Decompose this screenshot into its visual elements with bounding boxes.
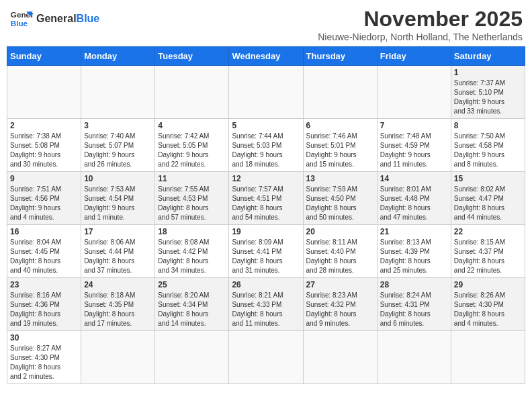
- calendar-cell: 14Sunrise: 8:01 AM Sunset: 4:48 PM Dayli…: [377, 172, 451, 225]
- calendar-header-row: SundayMondayTuesdayWednesdayThursdayFrid…: [7, 47, 525, 66]
- day-number: 12: [232, 174, 300, 183]
- calendar-cell: 1Sunrise: 7:37 AM Sunset: 5:10 PM Daylig…: [451, 66, 525, 119]
- day-number: 27: [306, 280, 374, 289]
- calendar-week-5: 30Sunrise: 8:27 AM Sunset: 4:30 PM Dayli…: [7, 331, 525, 384]
- day-info: Sunrise: 8:02 AM Sunset: 4:47 PM Dayligh…: [454, 185, 522, 222]
- calendar-cell: 15Sunrise: 8:02 AM Sunset: 4:47 PM Dayli…: [451, 172, 525, 225]
- calendar-cell: [81, 331, 155, 384]
- day-info: Sunrise: 7:59 AM Sunset: 4:50 PM Dayligh…: [306, 185, 374, 222]
- weekday-header-thursday: Thursday: [303, 47, 377, 66]
- day-number: 5: [232, 121, 300, 130]
- day-number: 13: [306, 174, 374, 183]
- calendar-cell: 28Sunrise: 8:24 AM Sunset: 4:31 PM Dayli…: [377, 278, 451, 331]
- day-number: 8: [454, 121, 522, 130]
- day-info: Sunrise: 8:04 AM Sunset: 4:45 PM Dayligh…: [10, 238, 78, 275]
- calendar-cell: [377, 331, 451, 384]
- calendar-week-3: 16Sunrise: 8:04 AM Sunset: 4:45 PM Dayli…: [7, 225, 525, 278]
- day-info: Sunrise: 8:26 AM Sunset: 4:30 PM Dayligh…: [454, 291, 522, 328]
- day-info: Sunrise: 8:18 AM Sunset: 4:35 PM Dayligh…: [84, 291, 152, 328]
- calendar-cell: 23Sunrise: 8:16 AM Sunset: 4:36 PM Dayli…: [7, 278, 81, 331]
- day-number: 20: [306, 227, 374, 236]
- calendar-cell: [303, 66, 377, 119]
- calendar-week-0: 1Sunrise: 7:37 AM Sunset: 5:10 PM Daylig…: [7, 66, 525, 119]
- day-info: Sunrise: 8:06 AM Sunset: 4:44 PM Dayligh…: [84, 238, 152, 275]
- day-info: Sunrise: 8:09 AM Sunset: 4:41 PM Dayligh…: [232, 238, 300, 275]
- day-info: Sunrise: 7:37 AM Sunset: 5:10 PM Dayligh…: [454, 79, 522, 116]
- calendar-cell: 9Sunrise: 7:51 AM Sunset: 4:56 PM Daylig…: [7, 172, 81, 225]
- header: General Blue GeneralBlue November 2025 N…: [7, 7, 525, 42]
- calendar-cell: 8Sunrise: 7:50 AM Sunset: 4:58 PM Daylig…: [451, 119, 525, 172]
- day-info: Sunrise: 8:24 AM Sunset: 4:31 PM Dayligh…: [380, 291, 448, 328]
- calendar-cell: [229, 66, 303, 119]
- calendar-cell: 17Sunrise: 8:06 AM Sunset: 4:44 PM Dayli…: [81, 225, 155, 278]
- day-number: 16: [10, 227, 78, 236]
- calendar-cell: [81, 66, 155, 119]
- day-info: Sunrise: 7:40 AM Sunset: 5:07 PM Dayligh…: [84, 132, 152, 169]
- day-number: 23: [10, 280, 78, 289]
- day-number: 19: [232, 227, 300, 236]
- day-info: Sunrise: 7:38 AM Sunset: 5:08 PM Dayligh…: [10, 132, 78, 169]
- page-title: November 2025: [318, 7, 523, 32]
- day-number: 24: [84, 280, 152, 289]
- calendar-cell: 16Sunrise: 8:04 AM Sunset: 4:45 PM Dayli…: [7, 225, 81, 278]
- day-info: Sunrise: 8:27 AM Sunset: 4:30 PM Dayligh…: [10, 344, 78, 381]
- calendar-week-4: 23Sunrise: 8:16 AM Sunset: 4:36 PM Dayli…: [7, 278, 525, 331]
- day-number: 30: [10, 333, 78, 342]
- page-subtitle: Nieuwe-Niedorp, North Holland, The Nethe…: [318, 32, 523, 42]
- day-info: Sunrise: 8:01 AM Sunset: 4:48 PM Dayligh…: [380, 185, 448, 222]
- day-info: Sunrise: 7:57 AM Sunset: 4:51 PM Dayligh…: [232, 185, 300, 222]
- day-info: Sunrise: 8:13 AM Sunset: 4:39 PM Dayligh…: [380, 238, 448, 275]
- calendar-cell: [229, 331, 303, 384]
- calendar-cell: [303, 331, 377, 384]
- weekday-header-sunday: Sunday: [7, 47, 81, 66]
- calendar-cell: 24Sunrise: 8:18 AM Sunset: 4:35 PM Dayli…: [81, 278, 155, 331]
- day-number: 15: [454, 174, 522, 183]
- day-number: 10: [84, 174, 152, 183]
- title-area: November 2025 Nieuwe-Niedorp, North Holl…: [318, 7, 523, 42]
- weekday-header-tuesday: Tuesday: [155, 47, 229, 66]
- day-info: Sunrise: 8:16 AM Sunset: 4:36 PM Dayligh…: [10, 291, 78, 328]
- calendar-cell: 4Sunrise: 7:42 AM Sunset: 5:05 PM Daylig…: [155, 119, 229, 172]
- day-number: 28: [380, 280, 448, 289]
- calendar-cell: 22Sunrise: 8:15 AM Sunset: 4:37 PM Dayli…: [451, 225, 525, 278]
- day-number: 4: [158, 121, 226, 130]
- calendar-cell: [7, 66, 81, 119]
- calendar-cell: 5Sunrise: 7:44 AM Sunset: 5:03 PM Daylig…: [229, 119, 303, 172]
- day-info: Sunrise: 8:08 AM Sunset: 4:42 PM Dayligh…: [158, 238, 226, 275]
- day-number: 29: [454, 280, 522, 289]
- day-number: 3: [84, 121, 152, 130]
- calendar-cell: 26Sunrise: 8:21 AM Sunset: 4:33 PM Dayli…: [229, 278, 303, 331]
- calendar-cell: 6Sunrise: 7:46 AM Sunset: 5:01 PM Daylig…: [303, 119, 377, 172]
- calendar-cell: 29Sunrise: 8:26 AM Sunset: 4:30 PM Dayli…: [451, 278, 525, 331]
- calendar-cell: 7Sunrise: 7:48 AM Sunset: 4:59 PM Daylig…: [377, 119, 451, 172]
- calendar-cell: [155, 66, 229, 119]
- calendar-cell: 27Sunrise: 8:23 AM Sunset: 4:32 PM Dayli…: [303, 278, 377, 331]
- day-info: Sunrise: 7:53 AM Sunset: 4:54 PM Dayligh…: [84, 185, 152, 222]
- calendar-cell: 11Sunrise: 7:55 AM Sunset: 4:53 PM Dayli…: [155, 172, 229, 225]
- day-number: 2: [10, 121, 78, 130]
- calendar-cell: [377, 66, 451, 119]
- weekday-header-wednesday: Wednesday: [229, 47, 303, 66]
- day-info: Sunrise: 7:42 AM Sunset: 5:05 PM Dayligh…: [158, 132, 226, 169]
- day-number: 18: [158, 227, 226, 236]
- day-number: 11: [158, 174, 226, 183]
- day-info: Sunrise: 8:15 AM Sunset: 4:37 PM Dayligh…: [454, 238, 522, 275]
- day-number: 7: [380, 121, 448, 130]
- day-info: Sunrise: 7:44 AM Sunset: 5:03 PM Dayligh…: [232, 132, 300, 169]
- day-info: Sunrise: 7:50 AM Sunset: 4:58 PM Dayligh…: [454, 132, 522, 169]
- calendar-cell: 2Sunrise: 7:38 AM Sunset: 5:08 PM Daylig…: [7, 119, 81, 172]
- day-info: Sunrise: 8:11 AM Sunset: 4:40 PM Dayligh…: [306, 238, 374, 275]
- logo: General Blue GeneralBlue: [9, 7, 99, 31]
- weekday-header-saturday: Saturday: [451, 47, 525, 66]
- calendar-cell: [155, 331, 229, 384]
- day-info: Sunrise: 7:51 AM Sunset: 4:56 PM Dayligh…: [10, 185, 78, 222]
- svg-text:Blue: Blue: [11, 19, 28, 28]
- calendar-cell: 3Sunrise: 7:40 AM Sunset: 5:07 PM Daylig…: [81, 119, 155, 172]
- day-number: 9: [10, 174, 78, 183]
- day-number: 21: [380, 227, 448, 236]
- calendar-cell: 10Sunrise: 7:53 AM Sunset: 4:54 PM Dayli…: [81, 172, 155, 225]
- day-info: Sunrise: 7:46 AM Sunset: 5:01 PM Dayligh…: [306, 132, 374, 169]
- logo-icon: General Blue: [9, 7, 34, 31]
- logo-general-text: General: [36, 13, 77, 24]
- calendar-cell: 13Sunrise: 7:59 AM Sunset: 4:50 PM Dayli…: [303, 172, 377, 225]
